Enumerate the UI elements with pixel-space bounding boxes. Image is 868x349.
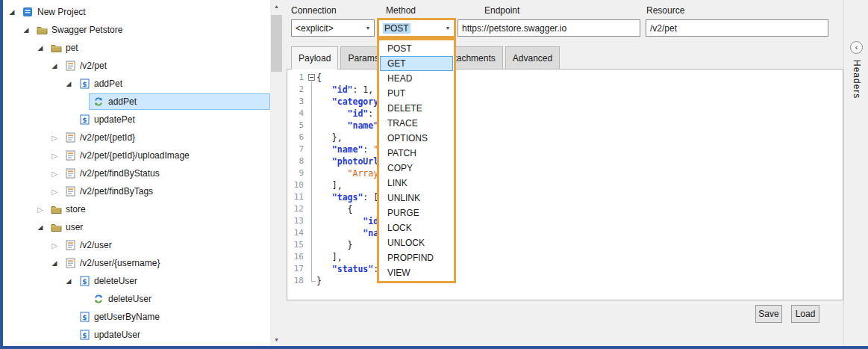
method-option-delete[interactable]: DELETE [380, 101, 453, 116]
tree-item[interactable]: ▷/v2/pet/{petId} [3, 129, 270, 146]
method-option-post[interactable]: POST [380, 41, 453, 56]
expander-expanded-icon[interactable]: ◢ [49, 62, 60, 70]
tree-item[interactable]: $getUserByName [3, 308, 270, 326]
method-option-head[interactable]: HEAD [380, 71, 453, 86]
resource-input[interactable] [646, 19, 828, 37]
tree-item[interactable]: ◢New Project [3, 3, 270, 21]
tree-item[interactable]: ▷/v2/pet/findByTags [3, 182, 270, 200]
code-line: 4 "id": 1, [287, 108, 843, 120]
expander-expanded-icon[interactable]: ◢ [63, 80, 75, 87]
tree-item[interactable]: ◢$deleteUser [3, 272, 270, 290]
tree-item-body[interactable]: $addPet [75, 75, 270, 92]
tree-item[interactable]: ◢user [3, 218, 270, 236]
method-select[interactable]: POST ▼ [377, 18, 456, 38]
tree-item[interactable]: $updateUser [3, 326, 270, 344]
tree-item[interactable]: ◢pet [3, 39, 270, 57]
code-line: 16 ], [287, 251, 843, 263]
expander-collapsed-icon[interactable]: ▷ [49, 134, 60, 142]
method-option-lock[interactable]: LOCK [380, 220, 453, 235]
tree-scrollbar[interactable]: ▲ ▼ [270, 0, 283, 346]
code-text[interactable]: { [316, 72, 322, 84]
method-option-copy[interactable]: COPY [380, 161, 453, 176]
tab-advanced[interactable]: Advanced [505, 46, 560, 69]
tree-item-body[interactable]: $deleteUser [75, 273, 270, 289]
code-text[interactable]: "tags": [ [316, 191, 378, 203]
tree-item[interactable]: ◢/v2/user/{username} [3, 254, 270, 272]
tree-item-body[interactable]: /v2/pet/findByStatus [60, 165, 270, 182]
expander-collapsed-icon[interactable]: ▷ [49, 241, 60, 250]
code-text[interactable]: { [316, 203, 352, 215]
method-option-put[interactable]: PUT [380, 86, 453, 101]
tree-item[interactable]: deleteUser [3, 290, 270, 308]
chevron-down-icon[interactable]: ▼ [442, 25, 454, 31]
code-text[interactable]: }, [316, 132, 343, 143]
save-button[interactable]: Save [755, 305, 782, 323]
tree-item-body[interactable]: user [46, 219, 270, 235]
expander-collapsed-icon[interactable]: ▷ [49, 188, 60, 196]
code-text[interactable]: ], [316, 251, 343, 263]
expander-expanded-icon[interactable]: ◢ [63, 277, 75, 285]
method-option-get[interactable]: GET [380, 56, 453, 71]
tree-item-body[interactable]: $updatePet [75, 111, 270, 128]
tree-item-body[interactable]: store [46, 201, 270, 217]
expander-expanded-icon[interactable]: ◢ [20, 26, 32, 34]
tree-item[interactable]: ◢Swagger Petstore [3, 21, 270, 39]
scrollbar-thumb[interactable] [271, 15, 282, 72]
method-option-unlock[interactable]: UNLOCK [380, 235, 453, 250]
svg-text:$: $ [82, 314, 87, 321]
scroll-up-icon[interactable]: ▲ [270, 0, 283, 13]
expander-expanded-icon[interactable]: ◢ [34, 44, 46, 52]
tree-item-body[interactable]: /v2/pet/{petId} [60, 129, 270, 146]
tree-item[interactable]: ▷/v2/user [3, 236, 270, 254]
tree-item-body[interactable]: $getUserByName [75, 309, 270, 325]
expand-headers-button[interactable]: ‹ [850, 41, 863, 54]
fold-collapse-icon[interactable] [308, 74, 315, 81]
connection-select[interactable]: <explicit> ▼ [291, 19, 375, 37]
expander-expanded-icon[interactable]: ◢ [34, 223, 46, 231]
method-option-propfind[interactable]: PROPFIND [380, 250, 453, 265]
method-option-options[interactable]: OPTIONS [380, 131, 453, 146]
expander-collapsed-icon[interactable]: ▷ [49, 152, 60, 160]
tree-indent [3, 120, 63, 120]
tree-item-body[interactable]: deleteUser [89, 291, 270, 307]
tree-item-body[interactable]: /v2/pet/{petId}/uploadImage [60, 147, 270, 164]
tree-item[interactable]: addPet [3, 93, 270, 111]
method-option-view[interactable]: VIEW [380, 265, 453, 280]
payload-editor[interactable]: 1{2 "id": 1,3 "category": {4 "id": 1,5 "… [287, 69, 843, 300]
code-text[interactable]: } [316, 275, 322, 287]
tree-item-body[interactable]: /v2/pet [60, 58, 270, 74]
load-button[interactable]: Load [791, 305, 819, 323]
code-text[interactable]: ], [316, 179, 343, 191]
method-option-patch[interactable]: PATCH [380, 146, 453, 161]
tree-item-selected[interactable]: addPet [89, 93, 270, 110]
expander-collapsed-icon[interactable]: ▷ [49, 170, 60, 178]
method-option-link[interactable]: LINK [380, 176, 453, 191]
tree-item[interactable]: ▷store [3, 200, 270, 218]
tab-payload[interactable]: Payload [291, 46, 338, 70]
expander-expanded-icon[interactable]: ◢ [49, 259, 60, 267]
expander-expanded-icon[interactable]: ◢ [6, 8, 18, 16]
code-text[interactable]: "id": 1, [316, 84, 373, 96]
tree-item-label: /v2/pet/findByTags [80, 186, 153, 197]
tree-item[interactable]: ◢$addPet [3, 75, 270, 93]
method-option-purge[interactable]: PURGE [380, 206, 453, 220]
tree-item-body[interactable]: /v2/user/{username} [60, 255, 270, 271]
tree-item-body[interactable]: pet [46, 40, 270, 56]
tree-item-body[interactable]: $updateUser [75, 327, 270, 343]
tree-item[interactable]: ◢/v2/pet [3, 57, 270, 75]
tree-item-body[interactable]: /v2/pet/findByTags [60, 183, 270, 200]
tree-item-body[interactable]: Swagger Petstore [32, 22, 270, 38]
method-option-unlink[interactable]: UNLINK [380, 191, 453, 206]
chevron-down-icon[interactable]: ▼ [362, 25, 374, 31]
expander-collapsed-icon[interactable]: ▷ [34, 206, 46, 214]
endpoint-input[interactable] [458, 19, 640, 37]
tree-item-body[interactable]: New Project [18, 4, 270, 20]
tree-item[interactable]: ▷/v2/pet/{petId}/uploadImage [3, 146, 270, 164]
method-option-trace[interactable]: TRACE [380, 116, 453, 131]
tree-item[interactable]: $updatePet [3, 111, 270, 129]
code-text[interactable]: } [316, 239, 352, 251]
fold-toggle[interactable] [307, 72, 316, 84]
tree-item[interactable]: ▷/v2/pet/findByStatus [3, 164, 270, 182]
tree-item-body[interactable]: /v2/user [60, 237, 270, 253]
scroll-down-icon[interactable]: ▼ [270, 333, 283, 346]
